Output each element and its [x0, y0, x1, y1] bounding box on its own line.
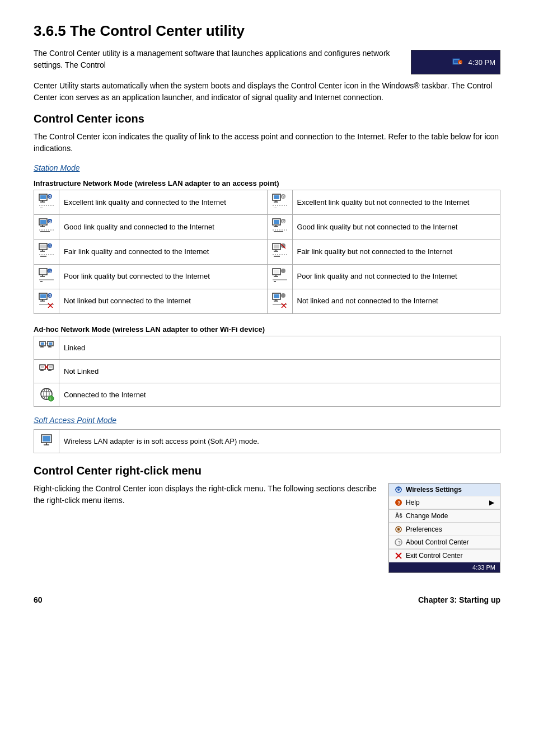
- help-icon: ?: [395, 499, 402, 506]
- notlinked-notconnected-icon: [272, 292, 288, 308]
- svg-rect-53: [40, 270, 46, 274]
- notlinked-connected-icon: G: [39, 292, 54, 308]
- svg-rect-85: [41, 342, 44, 345]
- table-row: i Connected to the Internet: [34, 383, 500, 406]
- svg-rect-29: [274, 220, 279, 224]
- control-center-icons-title: Control Center icons: [34, 112, 500, 125]
- soft-ap-icon: [39, 433, 54, 448]
- chapter-label: Chapter 3: Starting up: [418, 595, 500, 604]
- intro-block: The Control Center utility is a manageme…: [34, 48, 500, 74]
- icon-cell: G: [34, 289, 59, 313]
- adhoc-linked-icon: [39, 339, 54, 355]
- poor-notconnected-icon: [272, 267, 288, 283]
- svg-rect-77: [274, 294, 279, 298]
- exit-icon: [395, 552, 402, 560]
- tray-icon-1: G: [452, 57, 463, 68]
- svg-rect-1: [454, 60, 458, 63]
- svg-rect-45: [274, 245, 279, 248]
- excellent-connected-icon: G ···: [39, 193, 54, 209]
- adhoc-table: Linked Not Linked: [34, 336, 500, 407]
- menu-footer-taskbar: 4:33 PM: [389, 562, 500, 572]
- icon-cell: G: [267, 215, 292, 240]
- menu-item-change-mode[interactable]: Āŝ Change Mode: [389, 510, 500, 523]
- menu-label-change-mode: Change Mode: [406, 512, 448, 520]
- svg-rect-89: [49, 342, 52, 345]
- right-click-menu-title: Control Center right-click menu: [34, 464, 500, 477]
- icon-cell: [267, 289, 292, 313]
- svg-point-64: [281, 269, 285, 273]
- icon-cell: [34, 336, 59, 359]
- icon-cell: [34, 429, 59, 453]
- svg-point-115: [397, 489, 400, 491]
- svg-rect-13: [274, 195, 279, 199]
- good-connected-icon: G: [39, 218, 54, 233]
- menu-item-wireless-settings[interactable]: Wireless Settings: [389, 483, 500, 496]
- svg-text:?: ?: [398, 540, 401, 546]
- svg-rect-37: [40, 245, 46, 248]
- page-title: 3.6.5 The Control Center utility: [34, 22, 500, 40]
- menu-item-about[interactable]: ? About Control Center: [389, 536, 500, 549]
- poor-notconnected-text: Poor link quality and not connected to t…: [292, 264, 500, 289]
- svg-text:i: i: [50, 397, 51, 401]
- adhoc-header: Ad-hoc Network Mode (wireless LAN adapte…: [34, 323, 500, 336]
- icon-cell: G: [34, 264, 59, 289]
- infra-table: G ··· Excellent link quality and connect…: [34, 190, 500, 314]
- icon-cell: [34, 359, 59, 383]
- svg-rect-98: [49, 366, 52, 368]
- adhoc-internet-text: Connected to the Internet: [59, 383, 500, 406]
- about-icon: ?: [395, 538, 402, 546]
- svg-rect-111: [43, 436, 50, 442]
- svg-text:G: G: [49, 244, 52, 248]
- excellent-notconnected-icon: G ···: [272, 193, 288, 209]
- table-row: Not Linked: [34, 359, 500, 383]
- submenu-arrow: ▶: [489, 499, 494, 506]
- infra-header: Infrastructure Network Mode (wireless LA…: [34, 177, 500, 190]
- poor-connected-icon: G: [39, 267, 54, 283]
- good-notconnected-text: Good link quality but not connected to t…: [292, 215, 500, 240]
- soft-ap-text: Wireless LAN adapter is in soft access p…: [59, 429, 500, 453]
- svg-rect-61: [274, 270, 279, 274]
- excellent-notconnected-text: Excellent link quality but not connected…: [292, 190, 500, 215]
- table-row: Wireless LAN adapter is in soft access p…: [34, 429, 500, 453]
- table-row: Linked: [34, 336, 500, 359]
- menu-label-help: Help: [406, 499, 420, 506]
- svg-text:···: ···: [40, 205, 43, 209]
- notlinked-connected-text: Not linked but connected to the Internet: [59, 289, 268, 313]
- fair-notconnected-icon: [272, 242, 288, 258]
- menu-label-wireless: Wireless Settings: [406, 486, 462, 494]
- icon-cell: [267, 240, 292, 264]
- menu-item-help[interactable]: ? Help ▶: [389, 496, 500, 509]
- fair-connected-icon: G: [39, 242, 54, 258]
- preferences-icon: [395, 525, 402, 533]
- station-mode-label: Station Mode: [34, 163, 500, 172]
- svg-text:···: ···: [274, 205, 277, 209]
- soft-ap-table: Wireless LAN adapter is in soft access p…: [34, 429, 500, 453]
- adhoc-notlinked-icon: [39, 363, 54, 378]
- soft-ap-mode-label: Soft Access Point Mode: [34, 416, 500, 425]
- intro-text-p1: The Control Center utility is a manageme…: [34, 48, 400, 71]
- svg-rect-68: [40, 294, 46, 298]
- right-click-section: Right-clicking the Control Center icon d…: [34, 483, 500, 573]
- footer-bar: 60 Chapter 3: Starting up: [34, 590, 500, 604]
- svg-point-108: [48, 396, 54, 401]
- good-notconnected-icon: G: [272, 218, 288, 233]
- svg-rect-94: [41, 366, 44, 368]
- icon-cell: G: [34, 240, 59, 264]
- icon-cell: G ···: [34, 190, 59, 215]
- svg-text:G: G: [49, 294, 52, 298]
- icon-cell: G: [34, 215, 59, 240]
- good-connected-text: Good link quality and connected to the I…: [59, 215, 268, 240]
- icon-cell: i: [34, 383, 59, 406]
- table-row: G Poor link quality but connected to the…: [34, 264, 500, 289]
- menu-label-exit: Exit Control Center: [406, 552, 462, 560]
- svg-rect-21: [40, 220, 46, 224]
- table-row: G Fair link quality and connected to the…: [34, 240, 500, 264]
- control-center-icons-desc: The Control Center icon indicates the qu…: [34, 131, 500, 154]
- svg-text:G: G: [282, 219, 285, 223]
- poor-connected-text: Poor link quality but connected to the I…: [59, 264, 268, 289]
- taskbar-time: 4:30 PM: [469, 58, 495, 67]
- svg-rect-5: [40, 195, 46, 199]
- icon-cell: G ···: [267, 190, 292, 215]
- menu-item-exit[interactable]: Exit Control Center: [389, 550, 500, 562]
- menu-item-preferences[interactable]: Preferences: [389, 523, 500, 536]
